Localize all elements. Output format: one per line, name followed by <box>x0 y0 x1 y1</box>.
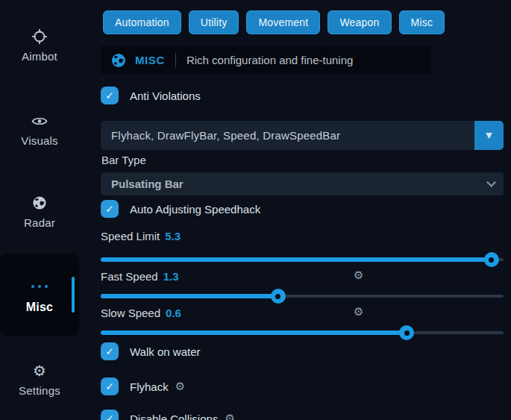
checkmark-icon: ✓ <box>105 345 114 357</box>
checkbox-label: Flyhack <box>130 380 169 393</box>
slider-thumb[interactable] <box>271 289 286 304</box>
checkbox-label: Auto Adjusting Speedhack <box>130 203 260 216</box>
speed-limit-slider[interactable] <box>101 252 504 267</box>
checkmark-icon: ✓ <box>105 380 114 392</box>
checkmark-icon: ✓ <box>105 90 114 101</box>
sidebar-item-label: Aimbot <box>0 50 79 63</box>
slider-fill <box>101 257 492 262</box>
gear-icon[interactable]: ⚙ <box>354 269 363 282</box>
section-title: MISC <box>135 54 165 66</box>
active-indicator-bar <box>72 277 75 313</box>
multiselect-dropdown-button[interactable]: ▼ <box>474 121 504 150</box>
sidebar-item-label: Misc <box>0 301 79 314</box>
fast-speed-label-row: Fast Speed 1.3 ⚙ <box>101 270 179 283</box>
flyhack-checkbox[interactable]: ✓ <box>101 377 119 395</box>
sidebar-item-label: Visuals <box>0 134 79 147</box>
multiselect-value: Flyhack, DrawFlyBar, Speed, DrawSpeedBar <box>101 129 474 142</box>
bar-type-select[interactable]: Pulsating Bar <box>101 172 504 195</box>
gear-icon: ⚙ <box>0 363 79 379</box>
sidebar-item-radar[interactable]: Radar <box>0 195 79 229</box>
sidebar-item-visuals[interactable]: Visuals <box>0 113 79 147</box>
sidebar: Aimbot Visuals Radar Misc ⚙ <box>0 0 99 420</box>
checkbox-label: Disable Collisions <box>130 413 218 420</box>
bar-type-value: Pulsating Bar <box>111 178 184 190</box>
slider-label: Slow Speed <box>101 307 160 319</box>
bar-type-label: Bar Type <box>101 154 146 166</box>
anti-violations-row: ✓ Anti Violations <box>101 86 201 105</box>
sidebar-item-settings[interactable]: ⚙ Settings <box>0 363 79 397</box>
sidebar-item-aimbot[interactable]: Aimbot <box>0 28 79 63</box>
sidebar-item-misc[interactable]: Misc <box>0 254 79 336</box>
crosshair-icon <box>0 28 79 45</box>
walk-on-water-row: ✓ Walk on water <box>101 342 200 361</box>
category-tabs: Automation Utility Movement Weapon Misc <box>103 10 445 34</box>
slider-fill <box>101 330 407 335</box>
checkmark-icon: ✓ <box>105 203 114 215</box>
fast-speed-slider[interactable] <box>101 289 504 304</box>
eye-icon <box>0 113 79 129</box>
slow-speed-slider[interactable] <box>101 325 504 340</box>
tab-automation[interactable]: Automation <box>103 10 181 34</box>
checkbox-label: Anti Violations <box>130 90 201 102</box>
speed-limit-label-row: Speed Limit 5.3 <box>101 230 181 242</box>
section-subtitle: Rich configuration and fine-tuning <box>186 54 353 66</box>
chevron-down-icon <box>486 178 496 187</box>
slider-value: 1.3 <box>163 270 179 283</box>
slider-label: Fast Speed <box>101 270 158 283</box>
bar-multiselect[interactable]: Flyhack, DrawFlyBar, Speed, DrawSpeedBar… <box>101 121 504 150</box>
disable-collisions-checkbox[interactable]: ✓ <box>101 410 119 420</box>
auto-adjusting-row: ✓ Auto Adjusting Speedhack <box>101 199 260 219</box>
slider-label: Speed Limit <box>101 230 160 242</box>
walk-on-water-checkbox[interactable]: ✓ <box>101 342 119 360</box>
tab-weapon[interactable]: Weapon <box>327 10 391 34</box>
main-panel: Automation Utility Movement Weapon Misc … <box>99 0 511 420</box>
slow-speed-label-row: Slow Speed 0.6 ⚙ <box>101 307 181 319</box>
slider-thumb[interactable] <box>399 325 414 340</box>
ellipsis-icon <box>0 278 79 295</box>
divider <box>175 53 176 68</box>
gear-icon[interactable]: ⚙ <box>225 412 234 420</box>
checkmark-icon: ✓ <box>105 413 114 420</box>
section-header: MISC Rich configuration and fine-tuning <box>101 46 431 74</box>
sidebar-item-label: Radar <box>0 216 79 229</box>
globe-icon <box>0 195 79 211</box>
slider-fill <box>101 294 278 298</box>
tab-utility[interactable]: Utility <box>189 10 239 34</box>
gear-icon[interactable]: ⚙ <box>354 305 363 319</box>
arrow-down-icon: ▼ <box>486 131 492 140</box>
anti-violations-checkbox[interactable]: ✓ <box>101 87 119 104</box>
slider-thumb[interactable] <box>484 252 499 267</box>
globe-icon <box>111 53 126 68</box>
tab-misc[interactable]: Misc <box>399 10 445 34</box>
gear-icon[interactable]: ⚙ <box>175 380 185 393</box>
sidebar-item-label: Settings <box>0 384 79 397</box>
flyhack-row: ✓ Flyhack ⚙ <box>101 377 185 396</box>
tab-movement[interactable]: Movement <box>246 10 320 34</box>
slider-value: 0.6 <box>166 307 181 319</box>
auto-adjusting-checkbox[interactable]: ✓ <box>101 200 119 218</box>
slider-value: 5.3 <box>165 230 181 242</box>
checkbox-label: Walk on water <box>130 345 200 358</box>
disable-collisions-row: ✓ Disable Collisions ⚙ <box>101 409 235 420</box>
